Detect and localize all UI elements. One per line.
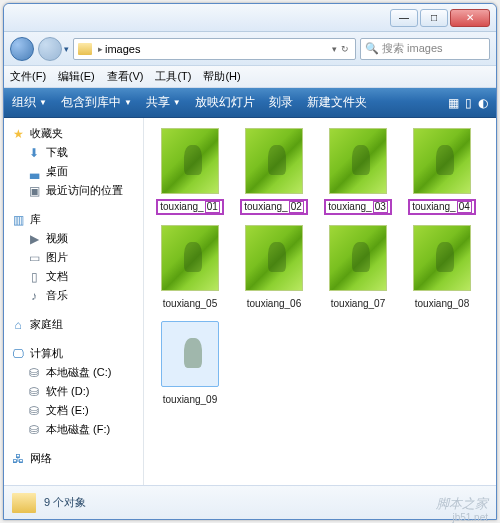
picture-icon: ▭ [26, 251, 42, 265]
sidebar-drive-d[interactable]: ⛁软件 (D:) [4, 382, 143, 401]
search-icon: 🔍 [365, 42, 379, 55]
refresh-icon[interactable]: ↻ [339, 44, 351, 54]
file-thumbnail[interactable]: touxiang_08 [402, 225, 482, 311]
sidebar-recent[interactable]: ▣最近访问的位置 [4, 181, 143, 200]
watermark-site: jb51.net [452, 512, 488, 523]
thumbnail-image [413, 128, 471, 194]
music-icon: ♪ [26, 289, 42, 303]
search-input[interactable]: 🔍 搜索 images [360, 38, 490, 60]
breadcrumb-field[interactable]: ▸ images ▾ ↻ [73, 38, 356, 60]
sidebar-documents[interactable]: ▯文档 [4, 267, 143, 286]
command-bar: 组织▼ 包含到库中▼ 共享▼ 放映幻灯片 刻录 新建文件夹 ▦ ▯ ◐ [4, 88, 496, 118]
network-icon: 🖧 [10, 452, 26, 466]
thumbnail-image [329, 128, 387, 194]
breadcrumb-item[interactable]: images [105, 43, 330, 55]
address-bar: ▾ ▸ images ▾ ↻ 🔍 搜索 images [4, 32, 496, 66]
back-button[interactable] [10, 37, 34, 61]
sidebar-favorites[interactable]: ★收藏夹 [4, 124, 143, 143]
sidebar-music[interactable]: ♪音乐 [4, 286, 143, 305]
document-icon: ▯ [26, 270, 42, 284]
status-bar: 9 个对象 [4, 485, 496, 519]
cmd-share[interactable]: 共享▼ [146, 94, 181, 111]
file-name-label: touxiang_01 [156, 199, 224, 215]
sidebar-homegroup[interactable]: ⌂家庭组 [4, 315, 143, 334]
thumbnail-image [245, 225, 303, 291]
recent-icon: ▣ [26, 184, 42, 198]
folder-icon [12, 493, 36, 513]
status-count: 9 个对象 [44, 495, 86, 510]
sidebar-computer[interactable]: 🖵计算机 [4, 344, 143, 363]
drive-icon: ⛁ [26, 366, 42, 380]
chevron-right-icon: ▸ [96, 44, 105, 54]
file-thumbnail[interactable]: touxiang_07 [318, 225, 398, 311]
sidebar-downloads[interactable]: ⬇下载 [4, 143, 143, 162]
menu-view[interactable]: 查看(V) [107, 69, 144, 84]
menu-tools[interactable]: 工具(T) [155, 69, 191, 84]
sidebar-drive-c[interactable]: ⛁本地磁盘 (C:) [4, 363, 143, 382]
sidebar-drive-f[interactable]: ⛁本地磁盘 (F:) [4, 420, 143, 439]
breadcrumb-dropdown-icon[interactable]: ▾ [330, 44, 339, 54]
desktop-icon: ▃ [26, 165, 42, 179]
file-thumbnail[interactable]: touxiang_02 [234, 128, 314, 215]
cmd-burn[interactable]: 刻录 [269, 94, 293, 111]
video-icon: ▶ [26, 232, 42, 246]
help-icon[interactable]: ◐ [478, 96, 488, 110]
menu-edit[interactable]: 编辑(E) [58, 69, 95, 84]
cmd-slideshow[interactable]: 放映幻灯片 [195, 94, 255, 111]
cmd-include-in-library[interactable]: 包含到库中▼ [61, 94, 132, 111]
file-thumbnail[interactable]: touxiang_09 [150, 321, 230, 407]
cmd-new-folder[interactable]: 新建文件夹 [307, 94, 367, 111]
chevron-down-icon: ▼ [173, 98, 181, 107]
drive-icon: ⛁ [26, 404, 42, 418]
chevron-down-icon: ▼ [39, 98, 47, 107]
thumbnail-image [161, 128, 219, 194]
file-thumbnail[interactable]: touxiang_01 [150, 128, 230, 215]
file-name-label: touxiang_06 [245, 297, 304, 310]
preview-pane-icon[interactable]: ▯ [465, 96, 472, 110]
menu-file[interactable]: 文件(F) [10, 69, 46, 84]
menu-bar: 文件(F) 编辑(E) 查看(V) 工具(T) 帮助(H) [4, 66, 496, 88]
file-thumbnail[interactable]: touxiang_03 [318, 128, 398, 215]
history-dropdown-icon[interactable]: ▾ [64, 44, 69, 54]
thumbnail-image [161, 225, 219, 291]
computer-icon: 🖵 [10, 347, 26, 361]
file-thumbnail[interactable]: touxiang_05 [150, 225, 230, 311]
sidebar-videos[interactable]: ▶视频 [4, 229, 143, 248]
close-button[interactable]: ✕ [450, 9, 490, 27]
file-thumbnail[interactable]: touxiang_04 [402, 128, 482, 215]
file-name-label: touxiang_08 [413, 297, 472, 310]
explorer-window: — □ ✕ ▾ ▸ images ▾ ↻ 🔍 搜索 images 文件(F) 编… [3, 3, 497, 520]
file-thumbnail[interactable]: touxiang_06 [234, 225, 314, 311]
thumbnail-image [413, 225, 471, 291]
star-icon: ★ [10, 127, 26, 141]
minimize-button[interactable]: — [390, 9, 418, 27]
sidebar-pictures[interactable]: ▭图片 [4, 248, 143, 267]
sidebar-libraries[interactable]: ▥库 [4, 210, 143, 229]
titlebar: — □ ✕ [4, 4, 496, 32]
file-name-label: touxiang_05 [161, 297, 220, 310]
file-name-label: touxiang_02 [240, 199, 308, 215]
forward-button[interactable] [38, 37, 62, 61]
file-name-label: touxiang_07 [329, 297, 388, 310]
sidebar-drive-e[interactable]: ⛁文档 (E:) [4, 401, 143, 420]
navigation-pane: ★收藏夹 ⬇下载 ▃桌面 ▣最近访问的位置 ▥库 ▶视频 ▭图片 ▯文档 ♪音乐… [4, 118, 144, 485]
drive-icon: ⛁ [26, 423, 42, 437]
sidebar-network[interactable]: 🖧网络 [4, 449, 143, 468]
cmd-organize[interactable]: 组织▼ [12, 94, 47, 111]
view-options-icon[interactable]: ▦ [448, 96, 459, 110]
thumbnail-image [161, 321, 219, 387]
file-name-label: touxiang_04 [408, 199, 476, 215]
menu-help[interactable]: 帮助(H) [203, 69, 240, 84]
body: ★收藏夹 ⬇下载 ▃桌面 ▣最近访问的位置 ▥库 ▶视频 ▭图片 ▯文档 ♪音乐… [4, 118, 496, 485]
download-icon: ⬇ [26, 146, 42, 160]
thumbnail-image [329, 225, 387, 291]
maximize-button[interactable]: □ [420, 9, 448, 27]
chevron-down-icon: ▼ [124, 98, 132, 107]
sidebar-desktop[interactable]: ▃桌面 [4, 162, 143, 181]
library-icon: ▥ [10, 213, 26, 227]
drive-icon: ⛁ [26, 385, 42, 399]
folder-icon [78, 43, 92, 55]
homegroup-icon: ⌂ [10, 318, 26, 332]
file-name-label: touxiang_03 [324, 199, 392, 215]
file-list[interactable]: touxiang_01touxiang_02touxiang_03touxian… [144, 118, 496, 485]
